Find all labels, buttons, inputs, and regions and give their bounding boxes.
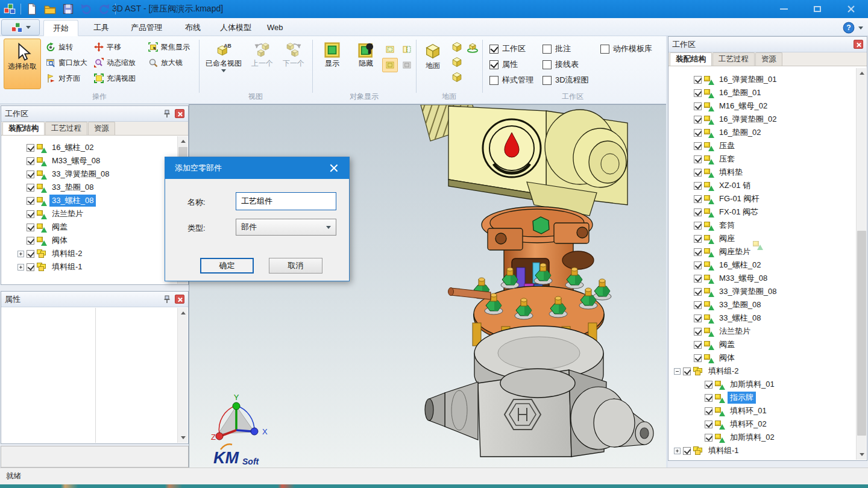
visibility-checkbox[interactable] [694, 102, 702, 110]
tab-resources[interactable]: 资源 [88, 122, 115, 135]
close-button[interactable] [834, 0, 868, 18]
tree-item[interactable]: 16_弹簧垫圈_02 [669, 113, 856, 126]
visibility-checkbox[interactable] [705, 421, 712, 428]
scroll-up-icon[interactable] [178, 308, 188, 318]
visibility-checkbox[interactable] [694, 142, 702, 150]
expander-icon[interactable] [17, 251, 24, 257]
scroll-thumb[interactable] [857, 231, 866, 436]
ribbon-checkbox[interactable]: 样式管理 [489, 72, 533, 88]
visibility-checkbox[interactable] [694, 301, 702, 309]
chevron-down-icon[interactable] [858, 27, 863, 30]
visibility-checkbox[interactable] [683, 368, 691, 375]
rotate-button[interactable]: 旋转 [46, 41, 73, 53]
visibility-checkbox[interactable] [27, 224, 34, 231]
expander-icon[interactable] [17, 264, 24, 271]
tree-item[interactable]: 法兰垫片 [2, 207, 177, 221]
tree-item[interactable]: M33_螺母_08 [669, 272, 856, 285]
hide-button[interactable]: 隐藏 [351, 39, 381, 90]
visibility-checkbox[interactable] [694, 155, 702, 163]
show-button[interactable]: 显示 [317, 39, 347, 90]
pan-button[interactable]: 平移 [94, 41, 121, 53]
window-zoom-button[interactable]: 窗口放大 [46, 57, 87, 69]
scrollbar[interactable] [177, 308, 187, 443]
select-pick-button[interactable]: 选择拾取 [4, 39, 41, 89]
minimize-button[interactable] [767, 0, 800, 18]
new-file-button[interactable] [25, 2, 39, 16]
tab-home[interactable]: 开始 [43, 20, 78, 36]
tree-item[interactable]: FX-01 阀芯 [669, 205, 856, 219]
visibility-checkbox[interactable] [694, 89, 702, 97]
ground-option-button-2[interactable] [451, 56, 463, 68]
tree-item[interactable]: 加斯填料_01 [669, 378, 856, 391]
visibility-checkbox[interactable] [694, 182, 702, 190]
dialog-title-bar[interactable]: 添加空零部件 [165, 157, 349, 179]
visibility-checkbox[interactable] [27, 250, 34, 258]
tree-item[interactable]: 33_弹簧垫圈_08 [2, 167, 177, 181]
tab-assembly-structure[interactable]: 装配结构 [670, 52, 712, 66]
tab-process[interactable]: 工艺过程 [712, 52, 755, 66]
visibility-checkbox[interactable] [683, 447, 691, 455]
expander-icon[interactable] [674, 368, 681, 375]
tree-item[interactable]: XZ-01 销 [669, 179, 856, 192]
tab-process[interactable]: 工艺过程 [45, 122, 87, 135]
ribbon-checkbox[interactable]: 工作区 [489, 41, 533, 57]
visibility-checkbox[interactable] [694, 354, 702, 362]
tab-assembly-structure[interactable]: 装配结构 [2, 122, 45, 135]
tree-item[interactable]: 阀盖 [669, 338, 856, 351]
tab-product-mgmt[interactable]: 产品管理 [122, 20, 171, 36]
next-view-button[interactable]: 下一个 [278, 39, 309, 90]
visibility-checkbox[interactable] [694, 208, 702, 216]
ribbon-checkbox[interactable]: 接线表 [542, 57, 589, 72]
tree-item[interactable]: 33_弹簧垫圈_08 [669, 285, 856, 298]
visibility-checkbox[interactable] [27, 184, 34, 192]
visibility-checkbox[interactable] [705, 434, 712, 442]
help-icon[interactable] [843, 22, 855, 34]
cancel-button[interactable]: 取消 [269, 258, 322, 274]
display-mode-button-4[interactable] [399, 58, 415, 72]
tree-item[interactable]: 填料组-1 [2, 260, 177, 274]
tree-item[interactable]: 套筒 [669, 219, 856, 232]
tab-tools[interactable]: 工具 [84, 20, 118, 36]
visibility-checkbox[interactable] [694, 248, 702, 256]
scroll-down-icon[interactable] [857, 449, 867, 460]
ribbon-checkbox[interactable]: 动作模板库 [600, 41, 652, 57]
scroll-up-icon[interactable] [857, 68, 867, 78]
tree-item[interactable]: M33_螺母_08 [2, 154, 177, 167]
tab-human-model[interactable]: 人体模型 [211, 20, 260, 36]
scroll-down-icon[interactable] [178, 433, 188, 443]
tree-item[interactable]: 压盘 [669, 139, 856, 152]
ground-option-button-3[interactable] [451, 71, 463, 83]
visibility-checkbox[interactable] [27, 144, 34, 152]
tree-item[interactable]: 指示牌 [669, 391, 856, 404]
visibility-checkbox[interactable] [27, 210, 34, 218]
redo-button[interactable] [97, 2, 112, 16]
visibility-checkbox[interactable] [27, 237, 34, 245]
tree-item[interactable]: 填料组-2 [669, 364, 856, 378]
scroll-up-icon[interactable] [178, 136, 188, 146]
tree-item[interactable]: 法兰垫片 [669, 325, 856, 338]
tree-item[interactable]: 33_垫圈_08 [669, 298, 856, 311]
previous-view-button[interactable]: 上一个 [247, 39, 277, 90]
tree-item[interactable]: 阀体 [2, 234, 177, 247]
pin-icon[interactable] [162, 295, 172, 304]
visibility-checkbox[interactable] [694, 222, 702, 230]
visibility-checkbox[interactable] [694, 129, 702, 137]
tab-routing[interactable]: 布线 [176, 20, 210, 36]
visibility-checkbox[interactable] [705, 381, 712, 389]
tree-item[interactable]: 填料垫 [669, 166, 856, 179]
tab-resources[interactable]: 资源 [755, 52, 782, 66]
tree-item[interactable]: 填料环_01 [669, 404, 856, 418]
tree-item[interactable]: 16_垫圈_02 [669, 126, 856, 139]
display-mode-button-1[interactable] [382, 42, 398, 57]
named-views-button[interactable]: AB 已命名视图 [203, 39, 245, 90]
tree-item[interactable]: 16_弹簧垫圈_01 [669, 73, 856, 86]
align-face-button[interactable]: 对齐面 [46, 72, 80, 84]
tree-item[interactable]: 阀体 [669, 351, 856, 364]
visibility-checkbox[interactable] [694, 169, 702, 177]
dialog-close-icon[interactable] [329, 163, 339, 174]
visibility-checkbox[interactable] [694, 261, 702, 269]
visibility-checkbox[interactable] [705, 394, 712, 402]
ground-option-button-4[interactable] [467, 41, 479, 53]
tree-item[interactable]: 压套 [669, 152, 856, 166]
panel-close-button[interactable] [854, 40, 863, 49]
